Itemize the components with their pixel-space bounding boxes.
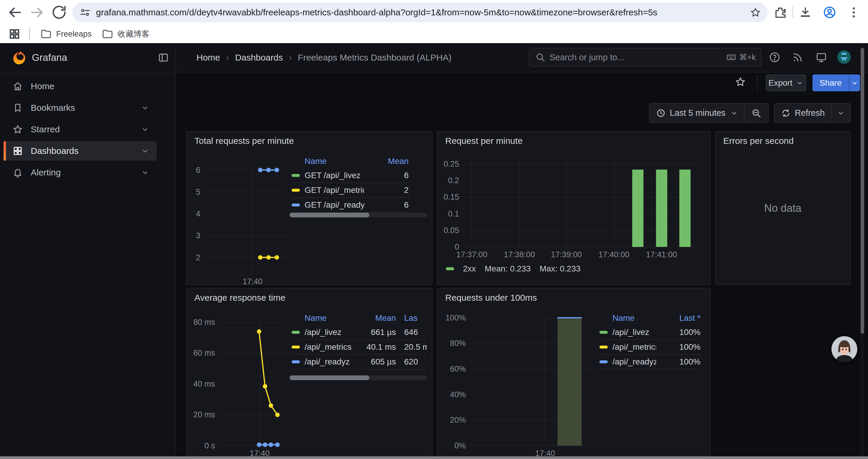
sidebar: Home Bookmarks Starred Dashboards bbox=[0, 72, 176, 459]
legend-item[interactable]: Mean: 0.233 bbox=[485, 264, 531, 273]
legend-row[interactable]: /api/_livez100% bbox=[599, 325, 701, 340]
legend-row[interactable]: GET /api/_readyz6 bbox=[291, 198, 409, 213]
favorite-star-icon[interactable] bbox=[735, 76, 746, 88]
app-header: Grafana Home › Dashboards › Freeleaps Me… bbox=[0, 43, 868, 72]
legend-scrollbar-thumb[interactable] bbox=[289, 213, 369, 218]
breadcrumb-home[interactable]: Home bbox=[196, 53, 220, 63]
search-input[interactable] bbox=[549, 52, 726, 63]
sidebar-item-home[interactable]: Home bbox=[4, 76, 157, 96]
share-button[interactable]: Share bbox=[812, 74, 849, 91]
forward-icon[interactable] bbox=[29, 4, 45, 21]
legend-column-header[interactable]: Name bbox=[291, 157, 364, 166]
svg-text:3: 3 bbox=[196, 231, 200, 240]
panel-average-response-time: Average response time 17:4080 ms60 ms40 … bbox=[186, 288, 433, 459]
share-menu-chevron[interactable] bbox=[849, 74, 860, 91]
apps-grid-icon[interactable] bbox=[8, 28, 21, 40]
breadcrumb: Home › Dashboards › Freeleaps Metrics Da… bbox=[196, 43, 452, 72]
legend-series-name: /api/_metrics bbox=[613, 342, 656, 352]
chart-legend[interactable]: 2xxMean: 0.233Max: 0.233 bbox=[446, 264, 581, 273]
grafana-app: Grafana Home › Dashboards › Freeleaps Me… bbox=[0, 43, 868, 459]
help-icon[interactable] bbox=[769, 52, 780, 63]
horizontal-scrollbar[interactable] bbox=[0, 456, 868, 459]
legend-scrollbar[interactable] bbox=[289, 213, 427, 218]
svg-text:20%: 20% bbox=[450, 416, 466, 424]
legend-row[interactable]: /api/_metrics100% bbox=[599, 340, 701, 355]
legend-series-name: GET /api/_metrics bbox=[305, 186, 364, 195]
bookmark-folder-freeleaps[interactable]: Freeleaps bbox=[40, 28, 92, 40]
legend-series-name: GET /api/_livez bbox=[305, 171, 361, 180]
site-settings-icon[interactable] bbox=[80, 7, 91, 18]
legend-color-pill bbox=[599, 331, 608, 334]
keyboard-icon bbox=[726, 52, 736, 62]
scrollbar-thumb[interactable] bbox=[861, 48, 864, 334]
chevron-down-icon[interactable] bbox=[141, 103, 150, 112]
panel-viz: 17:4065432NameMeanGET /api/_livez6GET /a… bbox=[187, 132, 432, 285]
legend-column-header[interactable]: Name bbox=[599, 314, 656, 323]
grafana-logo[interactable] bbox=[12, 50, 28, 66]
bookmark-folder-blogs[interactable]: 收藏博客 bbox=[102, 28, 150, 40]
time-range-label[interactable]: Last 5 minutes bbox=[670, 108, 725, 118]
breadcrumb-dashboards[interactable]: Dashboards bbox=[235, 53, 283, 63]
assistant-avatar-widget[interactable] bbox=[831, 336, 857, 362]
legend-column-header[interactable]: Mean bbox=[364, 157, 409, 166]
legend-series-name: /api/_metrics bbox=[305, 342, 351, 352]
sidebar-item-dashboards[interactable]: Dashboards bbox=[4, 141, 157, 161]
legend-value: 661 µs bbox=[351, 328, 396, 337]
legend-column-header[interactable]: Name bbox=[291, 314, 351, 323]
sidebar-item-alerting[interactable]: Alerting bbox=[4, 163, 157, 182]
sidebar-toggle-icon[interactable] bbox=[158, 52, 169, 63]
kiosk-monitor-icon[interactable] bbox=[815, 52, 827, 63]
sidebar-item-bookmarks[interactable]: Bookmarks bbox=[4, 98, 157, 118]
legend-row[interactable]: GET /api/_livez6 bbox=[291, 168, 409, 183]
chevron-down-icon[interactable] bbox=[141, 146, 150, 155]
url-bar[interactable] bbox=[72, 3, 768, 22]
sidebar-item-label: Dashboards bbox=[31, 146, 79, 156]
url-input[interactable] bbox=[95, 7, 750, 18]
reload-icon[interactable] bbox=[51, 4, 67, 21]
legend-column-header[interactable]: Last * bbox=[656, 314, 701, 323]
menu-kebab-icon[interactable] bbox=[847, 6, 861, 19]
legend-row[interactable]: GET /api/_metrics2 bbox=[291, 183, 409, 198]
svg-text:17:38:00: 17:38:00 bbox=[504, 250, 535, 259]
legend-column-header[interactable]: Mean bbox=[351, 314, 396, 323]
refresh-button[interactable]: Refresh bbox=[795, 108, 825, 118]
legend-value: 40.1 ms bbox=[351, 342, 396, 352]
legend-scrollbar-thumb[interactable] bbox=[289, 375, 369, 380]
legend-row[interactable]: /api/_readyz100% bbox=[599, 355, 701, 369]
export-button[interactable]: Export bbox=[766, 74, 806, 91]
downloads-icon[interactable] bbox=[799, 6, 812, 19]
folder-icon bbox=[40, 28, 52, 40]
svg-text:0.2: 0.2 bbox=[448, 176, 459, 185]
bookmark-star-icon[interactable] bbox=[750, 7, 761, 18]
chevron-down-icon[interactable] bbox=[730, 109, 738, 117]
legend-row[interactable]: /api/_metrics40.1 ms20.5 m bbox=[291, 340, 427, 355]
browser-toolbar bbox=[0, 0, 868, 25]
zoom-out-button[interactable] bbox=[745, 108, 768, 118]
legend-color-pill bbox=[291, 360, 300, 363]
page-scrollbar[interactable] bbox=[860, 43, 864, 459]
chevron-down-icon[interactable] bbox=[141, 125, 150, 134]
svg-text:0.05: 0.05 bbox=[443, 226, 459, 235]
legend-series-name: /api/_readyz bbox=[613, 357, 656, 366]
brand-name[interactable]: Grafana bbox=[32, 43, 67, 72]
news-rss-icon[interactable] bbox=[792, 52, 804, 63]
back-icon[interactable] bbox=[6, 4, 23, 21]
breadcrumb-separator: › bbox=[289, 52, 292, 63]
legend-row[interactable]: /api/_readyz605 µs620 bbox=[291, 355, 427, 369]
extensions-icon[interactable] bbox=[773, 6, 787, 19]
legend-item[interactable]: Max: 0.233 bbox=[539, 264, 581, 273]
legend-scrollbar[interactable] bbox=[289, 375, 427, 380]
panel-requests-under-100ms: Requests under 100ms 17:40100%80%60%40%2… bbox=[437, 288, 711, 459]
legend-item[interactable]: 2xx bbox=[463, 264, 476, 273]
sidebar-item-starred[interactable]: Starred bbox=[4, 120, 157, 139]
search-box[interactable]: ⌘+k bbox=[529, 48, 762, 67]
user-avatar[interactable] bbox=[837, 50, 851, 64]
legend-value: 646 bbox=[404, 328, 427, 337]
legend-column-header[interactable]: Las bbox=[404, 314, 427, 323]
actions-divider bbox=[757, 75, 757, 91]
chevron-down-icon[interactable] bbox=[141, 168, 150, 177]
svg-text:0 s: 0 s bbox=[205, 441, 215, 450]
legend-row[interactable]: /api/_livez661 µs646 bbox=[291, 325, 427, 340]
profile-icon[interactable] bbox=[823, 6, 836, 19]
refresh-interval-chevron[interactable] bbox=[832, 109, 850, 117]
